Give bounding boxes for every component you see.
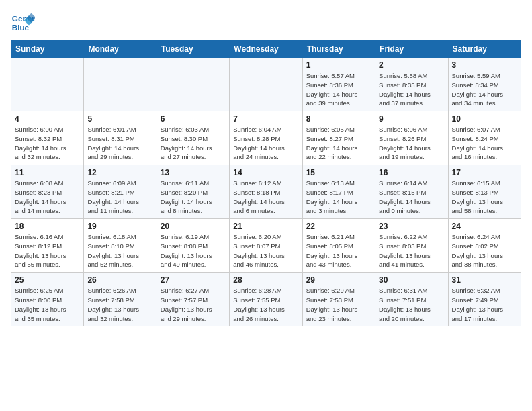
day-info: Sunrise: 6:05 AMSunset: 8:27 PMDaylight:… [306,125,371,162]
day-number: 18 [15,222,80,231]
day-info: Sunrise: 6:12 AMSunset: 8:18 PMDaylight:… [233,179,298,216]
day-number: 21 [233,222,298,231]
day-number: 8 [306,114,371,124]
calendar-day-15: 15Sunrise: 6:13 AMSunset: 8:17 PMDayligh… [302,165,375,219]
weekday-header-friday: Friday [375,41,448,58]
calendar-day-30: 30Sunrise: 6:31 AMSunset: 7:51 PMDayligh… [375,273,448,326]
calendar-day-10: 10Sunrise: 6:07 AMSunset: 8:24 PMDayligh… [448,111,521,165]
calendar-day-27: 27Sunrise: 6:27 AMSunset: 7:57 PMDayligh… [157,273,229,326]
calendar-day-1: 1Sunrise: 5:57 AMSunset: 8:36 PMDaylight… [302,58,375,111]
day-number: 15 [306,168,371,177]
calendar-day-8: 8Sunrise: 6:05 AMSunset: 8:27 PMDaylight… [302,111,375,165]
day-number: 28 [233,275,298,285]
day-number: 19 [87,222,152,231]
logo-icon: General Blue [11,11,35,35]
weekday-header-wednesday: Wednesday [230,41,302,58]
day-number: 10 [452,114,517,124]
weekday-header-tuesday: Tuesday [157,41,229,58]
day-info: Sunrise: 5:58 AMSunset: 8:35 PMDaylight:… [379,71,444,108]
day-info: Sunrise: 6:09 AMSunset: 8:21 PMDaylight:… [87,179,152,216]
day-info: Sunrise: 6:06 AMSunset: 8:26 PMDaylight:… [379,125,444,162]
weekday-header-sunday: Sunday [11,41,84,58]
day-number: 5 [87,114,152,124]
day-number: 4 [15,114,80,124]
day-info: Sunrise: 6:19 AMSunset: 8:08 PMDaylight:… [161,232,226,269]
day-number: 25 [15,275,80,285]
calendar-day-25: 25Sunrise: 6:25 AMSunset: 8:00 PMDayligh… [11,273,84,326]
day-number: 9 [379,114,444,124]
day-info: Sunrise: 6:04 AMSunset: 8:28 PMDaylight:… [233,125,298,162]
page-header: General Blue [11,11,521,35]
day-info: Sunrise: 6:20 AMSunset: 8:07 PMDaylight:… [233,232,298,269]
day-number: 24 [452,222,517,231]
day-number: 13 [161,168,226,177]
day-number: 27 [161,275,226,285]
day-info: Sunrise: 6:03 AMSunset: 8:30 PMDaylight:… [161,125,226,162]
calendar-day-7: 7Sunrise: 6:04 AMSunset: 8:28 PMDaylight… [230,111,302,165]
calendar-day-17: 17Sunrise: 6:15 AMSunset: 8:13 PMDayligh… [448,165,521,219]
day-info: Sunrise: 6:25 AMSunset: 8:00 PMDaylight:… [15,286,80,323]
day-info: Sunrise: 6:31 AMSunset: 7:51 PMDaylight:… [379,286,444,323]
calendar-day-11: 11Sunrise: 6:08 AMSunset: 8:23 PMDayligh… [11,165,84,219]
day-info: Sunrise: 6:00 AMSunset: 8:32 PMDaylight:… [15,125,80,162]
calendar-day-19: 19Sunrise: 6:18 AMSunset: 8:10 PMDayligh… [84,219,157,273]
calendar-day-29: 29Sunrise: 6:29 AMSunset: 7:53 PMDayligh… [302,273,375,326]
day-info: Sunrise: 5:57 AMSunset: 8:36 PMDaylight:… [306,71,371,108]
weekday-header-row: SundayMondayTuesdayWednesdayThursdayFrid… [11,41,521,58]
calendar-day-18: 18Sunrise: 6:16 AMSunset: 8:12 PMDayligh… [11,219,84,273]
calendar-day-13: 13Sunrise: 6:11 AMSunset: 8:20 PMDayligh… [157,165,229,219]
calendar-day-2: 2Sunrise: 5:58 AMSunset: 8:35 PMDaylight… [375,58,448,111]
day-number: 7 [233,114,298,124]
calendar-empty-cell [157,58,229,111]
day-number: 26 [87,275,152,285]
calendar-day-22: 22Sunrise: 6:21 AMSunset: 8:05 PMDayligh… [302,219,375,273]
day-number: 29 [306,275,371,285]
day-info: Sunrise: 6:29 AMSunset: 7:53 PMDaylight:… [306,286,371,323]
calendar-week-row: 11Sunrise: 6:08 AMSunset: 8:23 PMDayligh… [11,165,521,219]
day-info: Sunrise: 6:27 AMSunset: 7:57 PMDaylight:… [161,286,226,323]
day-number: 23 [379,222,444,231]
day-number: 11 [15,168,80,177]
day-number: 17 [452,168,517,177]
weekday-header-thursday: Thursday [302,41,375,58]
calendar-day-24: 24Sunrise: 6:24 AMSunset: 8:02 PMDayligh… [448,219,521,273]
day-number: 16 [379,168,444,177]
calendar-empty-cell [11,58,84,111]
calendar-week-row: 25Sunrise: 6:25 AMSunset: 8:00 PMDayligh… [11,273,521,326]
calendar-day-6: 6Sunrise: 6:03 AMSunset: 8:30 PMDaylight… [157,111,229,165]
weekday-header-monday: Monday [84,41,157,58]
day-info: Sunrise: 6:08 AMSunset: 8:23 PMDaylight:… [15,179,80,216]
day-info: Sunrise: 6:01 AMSunset: 8:31 PMDaylight:… [87,125,152,162]
calendar-week-row: 1Sunrise: 5:57 AMSunset: 8:36 PMDaylight… [11,58,521,111]
day-number: 1 [306,60,371,70]
day-info: Sunrise: 6:16 AMSunset: 8:12 PMDaylight:… [15,232,80,269]
svg-text:Blue: Blue [12,23,30,32]
calendar-day-20: 20Sunrise: 6:19 AMSunset: 8:08 PMDayligh… [157,219,229,273]
day-number: 22 [306,222,371,231]
calendar-day-4: 4Sunrise: 6:00 AMSunset: 8:32 PMDaylight… [11,111,84,165]
calendar-day-21: 21Sunrise: 6:20 AMSunset: 8:07 PMDayligh… [230,219,302,273]
calendar-day-9: 9Sunrise: 6:06 AMSunset: 8:26 PMDaylight… [375,111,448,165]
calendar-empty-cell [84,58,157,111]
calendar-week-row: 4Sunrise: 6:00 AMSunset: 8:32 PMDaylight… [11,111,521,165]
day-info: Sunrise: 6:24 AMSunset: 8:02 PMDaylight:… [452,232,517,269]
logo: General Blue [11,11,35,35]
day-number: 2 [379,60,444,70]
day-number: 12 [87,168,152,177]
day-number: 3 [452,60,517,70]
calendar-day-5: 5Sunrise: 6:01 AMSunset: 8:31 PMDaylight… [84,111,157,165]
day-info: Sunrise: 6:28 AMSunset: 7:55 PMDaylight:… [233,286,298,323]
day-info: Sunrise: 6:26 AMSunset: 7:58 PMDaylight:… [87,286,152,323]
calendar-day-31: 31Sunrise: 6:32 AMSunset: 7:49 PMDayligh… [448,273,521,326]
day-info: Sunrise: 5:59 AMSunset: 8:34 PMDaylight:… [452,71,517,108]
day-info: Sunrise: 6:13 AMSunset: 8:17 PMDaylight:… [306,179,371,216]
day-number: 20 [161,222,226,231]
day-info: Sunrise: 6:18 AMSunset: 8:10 PMDaylight:… [87,232,152,269]
day-number: 6 [161,114,226,124]
day-number: 30 [379,275,444,285]
day-number: 31 [452,275,517,285]
calendar-empty-cell [230,58,302,111]
day-info: Sunrise: 6:21 AMSunset: 8:05 PMDaylight:… [306,232,371,269]
calendar-day-26: 26Sunrise: 6:26 AMSunset: 7:58 PMDayligh… [84,273,157,326]
calendar-day-23: 23Sunrise: 6:22 AMSunset: 8:03 PMDayligh… [375,219,448,273]
